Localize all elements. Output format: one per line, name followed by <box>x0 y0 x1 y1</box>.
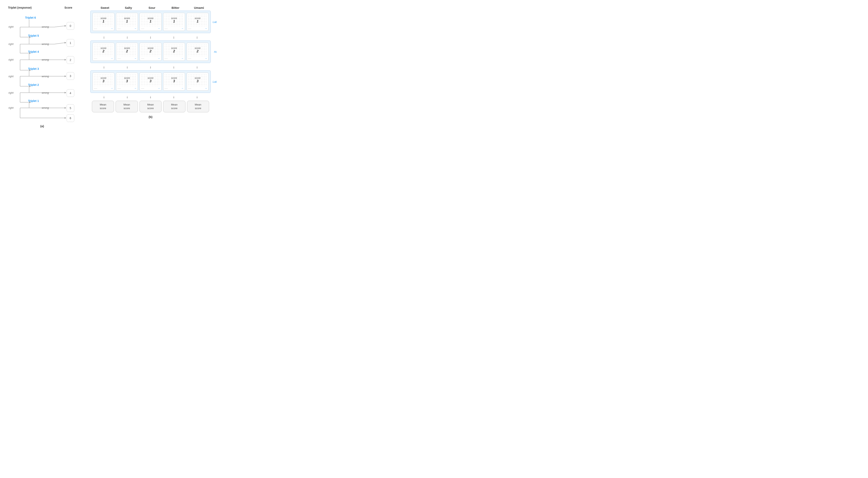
b-row-label-home: Home <box>214 50 217 53</box>
wrong-label-6: wrong <box>42 25 49 28</box>
mean-score-umami: Mean score <box>187 101 209 112</box>
b-arrow-cell: ↓ <box>92 35 116 39</box>
score-card-home-umami: score 2 —— → <box>187 43 209 61</box>
score-card-home-salty: score 2 —— → <box>116 43 138 61</box>
b-grid: Lab (1) score 1 —— → score 1 <box>90 11 211 112</box>
svg-marker-3 <box>65 25 66 27</box>
right-label-6: right <box>8 25 13 28</box>
right-label-2: right <box>8 91 13 94</box>
score-box-3: 3 <box>67 72 74 80</box>
score-card-lab2-umami: score 3 —— → <box>187 73 209 91</box>
wrong-label-4: wrong <box>42 58 49 61</box>
b-row-lab2: Lab (2) score 3 —— → score 3 <box>90 70 211 93</box>
score-box-5: 5 <box>67 104 74 112</box>
panel-a-label: (a) <box>6 124 78 128</box>
score-card-lab1-umami: score 1 —— → <box>187 13 209 31</box>
triplet-3-label: Triplet 3 <box>28 67 39 70</box>
svg-marker-41 <box>65 117 66 119</box>
wrong-label-2: wrong <box>42 91 49 94</box>
wrong-label-1: wrong <box>42 106 49 109</box>
b-row-home: Home score 2 —— → score 2 <box>90 40 211 63</box>
right-label-1: right <box>8 106 13 109</box>
wrong-label-5: wrong <box>42 42 49 45</box>
mean-score-sour: Mean score <box>140 101 161 112</box>
b-arrow-cell: ↓ <box>185 35 209 39</box>
score-card-lab1-sour: score 1 —— → <box>140 13 161 31</box>
score-card-lab1-sweet: score 1 —— → <box>93 13 114 31</box>
score-box-2: 2 <box>67 56 74 64</box>
svg-marker-38 <box>65 107 66 109</box>
right-label-5: right <box>8 42 13 45</box>
wrong-label-3: wrong <box>42 75 49 78</box>
score-box-1: 1 <box>67 39 74 47</box>
main-container: Triplet (response) Score <box>4 4 213 136</box>
b-row-label-lab2: Lab (2) <box>213 80 217 83</box>
b-arrows-row-2: ↓ ↓ ↓ ↓ ↓ <box>90 65 211 69</box>
taste-header-umami: Umami <box>187 6 211 9</box>
col-header-triplet: Triplet (response) <box>8 6 32 9</box>
b-arrow-cell: ↓ <box>139 35 162 39</box>
taste-header-salty: Salty <box>117 6 140 9</box>
score-card-lab2-bitter: score 3 —— → <box>163 73 185 91</box>
mean-score-row: Mean score Mean score Mean score Mean sc… <box>90 101 211 112</box>
triplet-1-label: Triplet 1 <box>28 99 39 102</box>
triplet-4-label: Triplet 4 <box>28 50 39 53</box>
score-card-home-sweet: score 2 —— → <box>93 43 114 61</box>
b-arrow-cell: ↓ <box>116 35 139 39</box>
svg-marker-24 <box>65 75 66 77</box>
score-box-0: 0 <box>67 22 74 30</box>
svg-marker-10 <box>65 42 66 43</box>
triplet-2-label: Triplet 2 <box>28 83 39 87</box>
score-card-pattern: score 1 <box>94 14 114 26</box>
svg-line-2 <box>54 26 65 27</box>
taste-header-sour: Sour <box>140 6 163 9</box>
mean-score-sweet: Mean score <box>92 101 114 112</box>
svg-marker-31 <box>65 92 66 93</box>
score-card-lab2-sour: score 3 —— → <box>140 73 161 91</box>
score-card-lab1-bitter: score 1 —— → <box>163 13 185 31</box>
diagram-a: Triplet (response) Score <box>6 6 78 122</box>
right-label-4: right <box>8 58 13 61</box>
mean-score-bitter: Mean score <box>163 101 185 112</box>
score-card-home-sour: score 2 —— → <box>140 43 161 61</box>
b-row-lab1: Lab (1) score 1 —— → score 1 <box>90 11 211 33</box>
b-arrow-cell: ↓ <box>162 35 185 39</box>
mean-score-salty: Mean score <box>116 101 138 112</box>
taste-headers: Sweet Salty Sour Bitter Umami <box>92 6 211 9</box>
triplet-5-label: Triplet 5 <box>28 34 39 37</box>
triplet-6-label: Triplet 6 <box>25 16 36 19</box>
panel-b-label: (b) <box>90 115 211 119</box>
score-box-6: 6 <box>67 114 74 122</box>
col-header-score: Score <box>64 6 72 9</box>
score-card-home-bitter: score 2 —— → <box>163 43 185 61</box>
score-card-bottom: —— → <box>94 27 114 30</box>
score-card-lab1-salty: score 1 —— → <box>116 13 138 31</box>
score-card-lab2-salty: score 3 —— → <box>116 73 138 91</box>
taste-header-sweet: Sweet <box>93 6 117 9</box>
taste-header-bitter: Bitter <box>164 6 187 9</box>
panel-b: Sweet Salty Sour Bitter Umami Lab (1) sc… <box>88 4 213 121</box>
svg-marker-17 <box>65 59 66 61</box>
score-box-4: 4 <box>67 89 74 97</box>
right-label-3: right <box>8 75 13 78</box>
svg-line-9 <box>54 43 65 44</box>
b-row-label-lab1: Lab (1) <box>213 21 217 24</box>
b-arrows-row-1: ↓ ↓ ↓ ↓ ↓ <box>90 35 211 39</box>
b-arrows-row-3: ↓ ↓ ↓ ↓ ↓ <box>90 95 211 99</box>
panel-a: Triplet (response) Score <box>4 4 80 136</box>
score-card-lab2-sweet: score 3 —— → <box>93 73 114 91</box>
